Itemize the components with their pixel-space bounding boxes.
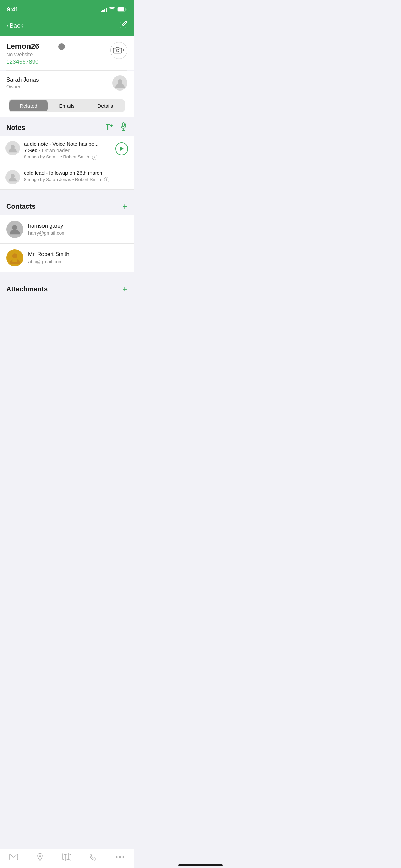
edit-icon[interactable]	[119, 21, 127, 31]
contact-item-2[interactable]: Mr. Robert Smith abc@gmail.com	[0, 244, 134, 272]
voice-note-icon[interactable]: +	[119, 122, 127, 133]
svg-text:T: T	[106, 123, 110, 131]
note-downloaded-label: - Downloaded	[39, 147, 71, 153]
tab-details[interactable]: Details	[86, 100, 124, 111]
add-attachment-button[interactable]: +	[122, 284, 127, 294]
text-note-icon[interactable]: T +	[106, 122, 114, 133]
notes-actions: T + +	[106, 122, 127, 133]
contacts-header: Contacts +	[0, 196, 134, 215]
note-item-2: cold lead - followup on 26th march 8m ag…	[0, 165, 134, 190]
camera-button[interactable]: +	[110, 42, 127, 59]
note-meta-2: 8m ago by Sarah Jonas • Robert Smith ℹ	[24, 177, 128, 183]
note-content-1: audio note - Voice Note has be... 7 Sec …	[24, 141, 111, 160]
company-name: Lemon26	[6, 42, 127, 51]
svg-rect-2	[118, 7, 124, 11]
segment-wrapper: Related Emails Details	[0, 95, 134, 117]
svg-point-0	[112, 11, 113, 12]
contacts-title: Contacts	[6, 203, 36, 210]
attachments-header: Attachments +	[0, 279, 134, 299]
notes-list: audio note - Voice Note has be... 7 Sec …	[0, 136, 134, 190]
signal-icon	[101, 7, 107, 12]
contact-name-1: harrison garey	[28, 223, 66, 229]
company-website: No Website	[6, 51, 127, 57]
svg-text:+: +	[110, 124, 112, 128]
note-title-1: audio note - Voice Note has be...	[24, 141, 111, 147]
svg-rect-15	[12, 258, 17, 262]
back-chevron-icon: ‹	[6, 22, 8, 29]
info-icon-1: ℹ	[92, 155, 97, 160]
note-duration-1: 7 Sec - Downloaded	[24, 147, 111, 153]
note-item: audio note - Voice Note has be... 7 Sec …	[0, 136, 134, 165]
contact-email-2: abc@gmail.com	[28, 259, 69, 264]
status-bar: 9:41	[0, 0, 134, 17]
back-label: Back	[10, 22, 23, 29]
owner-row: Sarah Jonas Owner	[0, 71, 134, 95]
segment-control: Related Emails Details	[9, 99, 125, 112]
contact-info-1: harrison garey harry@gmail.com	[28, 223, 66, 236]
attachments-section: Attachments +	[0, 279, 134, 299]
owner-role: Owner	[6, 84, 39, 89]
note-meta-1: 8m ago by Sara... • Robert Smith ℹ	[24, 154, 111, 160]
notes-header: Notes T + +	[0, 117, 134, 136]
company-phone[interactable]: 1234567890	[6, 59, 127, 65]
note-avatar-1	[5, 141, 20, 155]
attachments-title: Attachments	[6, 285, 48, 293]
nav-bar: ‹ Back	[0, 17, 134, 36]
owner-name: Sarah Jonas	[6, 76, 39, 83]
notes-section: Notes T + +	[0, 117, 134, 190]
note-content-2: cold lead - followup on 26th march 8m ag…	[24, 170, 128, 183]
wifi-icon	[109, 7, 115, 12]
note-duration-value: 7 Sec	[24, 147, 37, 153]
notes-title: Notes	[6, 124, 25, 132]
contact-avatar-2	[6, 249, 23, 266]
company-header: Lemon26 No Website 1234567890 +	[0, 36, 134, 70]
owner-info: Sarah Jonas Owner	[6, 76, 39, 89]
contact-item-1[interactable]: harrison garey harry@gmail.com	[0, 215, 134, 244]
battery-icon	[117, 7, 127, 13]
status-dot	[58, 43, 65, 50]
tab-related[interactable]: Related	[9, 100, 48, 111]
svg-point-3	[116, 49, 119, 52]
tab-emails[interactable]: Emails	[48, 100, 86, 111]
note-avatar-2	[5, 170, 20, 184]
status-icons	[101, 7, 127, 13]
svg-marker-10	[120, 147, 124, 151]
contact-name-2: Mr. Robert Smith	[28, 251, 69, 257]
contact-email-1: harry@gmail.com	[28, 230, 66, 236]
contact-info-2: Mr. Robert Smith abc@gmail.com	[28, 251, 69, 264]
info-icon-2: ℹ	[104, 177, 109, 182]
contacts-list: harrison garey harry@gmail.com Mr. Rober…	[0, 215, 134, 272]
contacts-section: Contacts + harrison garey harry@gmail.co…	[0, 196, 134, 272]
play-button[interactable]	[115, 142, 128, 155]
status-time: 9:41	[7, 6, 19, 13]
owner-avatar	[112, 75, 127, 91]
svg-text:+: +	[124, 123, 126, 126]
add-contact-button[interactable]: +	[122, 201, 127, 212]
note-title-2: cold lead - followup on 26th march	[24, 170, 128, 176]
contact-avatar-1	[6, 221, 23, 238]
back-button[interactable]: ‹ Back	[6, 22, 23, 29]
